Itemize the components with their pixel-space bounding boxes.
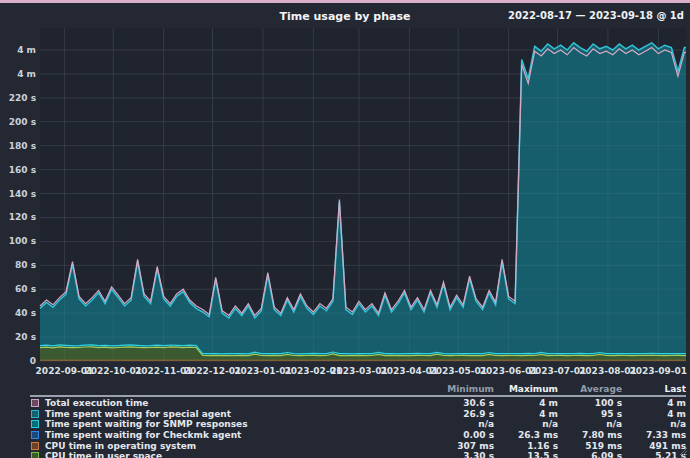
last-value: 4 m <box>622 409 686 419</box>
series-swatch-icon <box>31 452 39 458</box>
legend-row: Time spent waiting for SNMP responsesn/a… <box>30 419 686 430</box>
legend-row: CPU time in user space3.30 s13.5 s6.09 s… <box>30 451 686 458</box>
x-tick-label: 2023-03-01 <box>330 366 388 376</box>
x-tick-label: 2023-07-01 <box>529 366 587 376</box>
series-swatch-icon <box>31 420 39 428</box>
legend-header-row: Minimum Maximum Average Last <box>30 382 686 394</box>
legend-row: Time spent waiting for Checkmk agent0.00… <box>30 430 686 441</box>
y-tick-label: 140 s <box>9 189 36 199</box>
series-label-cell: Total execution time <box>30 398 430 408</box>
avg-value: 6.09 s <box>558 451 622 458</box>
series-label: CPU time in operating system <box>45 441 196 451</box>
avg-value: 100 s <box>558 398 622 408</box>
y-tick-label: 200 s <box>9 117 36 127</box>
last-value: 7.33 ms <box>622 430 686 440</box>
avg-value: 519 ms <box>558 441 622 451</box>
x-axis-labels: 2022-09-012022-10-012022-11-012022-12-01… <box>36 366 688 376</box>
y-tick-label: 120 s <box>9 212 36 222</box>
min-value: 3.30 s <box>430 451 494 458</box>
series-label-cell: CPU time in operating system <box>30 441 430 451</box>
last-value: n/a <box>622 419 686 429</box>
max-value: 13.5 s <box>494 451 558 458</box>
min-value: n/a <box>430 419 494 429</box>
max-value: 4 m <box>494 398 558 408</box>
legend-table: Minimum Maximum Average Last Total execu… <box>30 382 686 458</box>
series-label: Time spent waiting for special agent <box>45 409 231 419</box>
resize-handle-icon[interactable] <box>677 445 688 456</box>
chart-canvas[interactable]: 020 s40 s60 s80 s100 s120 s140 s160 s180… <box>0 3 690 383</box>
series-swatch-icon <box>31 431 39 439</box>
series-label-cell: Time spent waiting for Checkmk agent <box>30 430 430 440</box>
avg-value: 95 s <box>558 409 622 419</box>
column-header-maximum: Maximum <box>494 384 558 394</box>
y-tick-label: 4 m <box>17 45 36 55</box>
series-swatch-icon <box>31 442 39 450</box>
min-value: 30.6 s <box>430 398 494 408</box>
y-tick-label: 220 s <box>9 93 36 103</box>
y-tick-label: 180 s <box>9 141 36 151</box>
column-header-average: Average <box>558 384 622 394</box>
max-value: 26.3 ms <box>494 430 558 440</box>
max-value: 4 m <box>494 409 558 419</box>
legend-row: CPU time in operating system307 ms1.16 s… <box>30 440 686 451</box>
legend-rows: Total execution time30.6 s4 m100 s4 mTim… <box>30 398 686 458</box>
avg-value: 7.80 ms <box>558 430 622 440</box>
series-label: CPU time in user space <box>45 451 162 458</box>
min-value: 26.9 s <box>430 409 494 419</box>
column-header-minimum: Minimum <box>430 384 494 394</box>
y-axis-labels: 020 s40 s60 s80 s100 s120 s140 s160 s180… <box>9 45 36 366</box>
graph-panel: Time usage by phase 2022-08-17 — 2023-09… <box>0 0 690 458</box>
series-swatch-icon <box>31 410 39 418</box>
series-label: Time spent waiting for SNMP responses <box>45 419 248 429</box>
x-tick-label: 2022-10-01 <box>84 366 142 376</box>
x-tick-label: 2023-01-01 <box>234 366 292 376</box>
min-value: 307 ms <box>430 441 494 451</box>
x-tick-label: 2023-05-01 <box>429 366 487 376</box>
x-tick-label: 2023-08-01 <box>579 366 637 376</box>
y-tick-label: 4 m <box>17 69 36 79</box>
legend-row: Time spent waiting for special agent26.9… <box>30 409 686 420</box>
min-value: 0.00 s <box>430 430 494 440</box>
y-tick-label: 160 s <box>9 165 36 175</box>
column-header-last: Last <box>622 384 686 394</box>
last-value: 4 m <box>622 398 686 408</box>
max-value: n/a <box>494 419 558 429</box>
y-tick-label: 20 s <box>15 332 36 342</box>
y-tick-label: 80 s <box>15 260 36 270</box>
y-tick-label: 100 s <box>9 236 36 246</box>
legend-separator <box>30 395 686 397</box>
x-tick-label: 2022-12-01 <box>184 366 242 376</box>
x-tick-label: 2023-09-01 <box>630 366 688 376</box>
max-value: 1.16 s <box>494 441 558 451</box>
time-usage-chart[interactable]: 020 s40 s60 s80 s100 s120 s140 s160 s180… <box>0 3 690 383</box>
series-label-cell: Time spent waiting for SNMP responses <box>30 419 430 429</box>
series-label-cell: CPU time in user space <box>30 451 430 458</box>
series-label: Time spent waiting for Checkmk agent <box>45 430 241 440</box>
y-tick-label: 40 s <box>15 308 36 318</box>
legend-row: Total execution time30.6 s4 m100 s4 m <box>30 398 686 409</box>
series-label: Total execution time <box>45 398 148 408</box>
series-swatch-icon <box>31 399 39 407</box>
y-tick-label: 60 s <box>15 284 36 294</box>
y-tick-label: 0 <box>30 356 36 366</box>
avg-value: n/a <box>558 419 622 429</box>
series-label-cell: Time spent waiting for special agent <box>30 409 430 419</box>
